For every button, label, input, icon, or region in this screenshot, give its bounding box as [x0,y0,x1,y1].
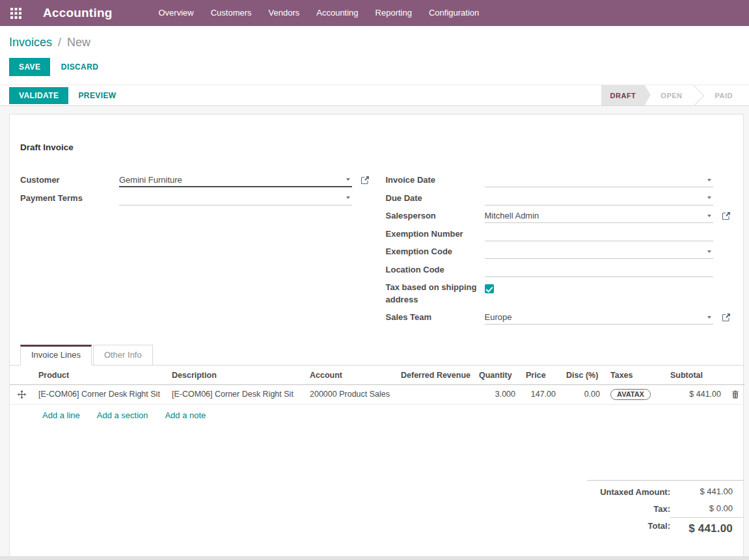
invoice-line-row[interactable]: [E-COM06] Corner Desk Right Sit [E-COM06… [10,384,744,404]
tax-label: Tax: [653,503,670,514]
chevron-down-icon[interactable] [707,316,711,319]
cell-deferred-revenue[interactable] [396,384,474,404]
invoice-form-fields: Customer Gemini Furniture Payment Terms [10,172,743,327]
field-invoice-date: Invoice Date [386,172,714,190]
tab-invoice-lines[interactable]: Invoice Lines [20,345,92,366]
nav-item-reporting[interactable]: Reporting [367,0,420,26]
col-account[interactable]: Account [305,366,396,385]
handle-column-header [10,366,33,385]
external-link-icon[interactable] [722,313,731,322]
col-price[interactable]: Price [521,366,561,385]
invoice-totals: Untaxed Amount: $ 441.00 Tax: $ 0.00 Tot… [587,480,743,535]
add-a-section-link[interactable]: Add a section [97,410,148,420]
save-button[interactable]: SAVE [9,58,50,76]
nav-item-configuration[interactable]: Configuration [420,0,487,26]
salesperson-input[interactable]: Mitchell Admin [485,209,714,223]
cell-taxes[interactable]: AVATAX [605,384,665,404]
discard-button[interactable]: DISCARD [53,58,106,76]
cell-delete [726,384,744,404]
untaxed-amount-label: Untaxed Amount: [600,487,670,497]
cell-price[interactable]: 147.00 [521,384,561,404]
nav-item-customers[interactable]: Customers [202,0,260,26]
step-chevron-icon [694,85,704,105]
due-date-label: Due Date [386,190,485,205]
location-code-input[interactable] [485,263,714,277]
exemption-code-label: Exemption Code [386,243,485,258]
status-step-open[interactable]: OPEN [645,85,693,105]
col-quantity[interactable]: Quantity [474,366,521,385]
chevron-down-icon[interactable] [707,215,711,217]
field-payment-terms: Payment Terms [20,190,352,208]
preview-button[interactable]: PREVIEW [68,87,126,104]
nav-item-accounting[interactable]: Accounting [308,0,366,26]
add-a-note-link[interactable]: Add a note [165,410,206,420]
total-label: Total: [648,520,670,531]
due-date-input[interactable] [485,192,714,206]
nav-item-overview[interactable]: Overview [150,0,202,26]
chevron-down-icon[interactable] [707,179,711,181]
col-description[interactable]: Description [167,366,305,385]
avatax-tag[interactable]: AVATAX [610,389,651,400]
trash-icon[interactable] [731,390,739,399]
sheet-title: Draft Invoice [20,142,733,152]
status-steps: DRAFT OPEN PAID [601,85,749,105]
top-navbar: Accounting Overview Customers Vendors Ac… [0,0,749,26]
salesperson-label: Salesperson [386,207,485,222]
col-product[interactable]: Product [33,366,167,385]
field-sales-team: Sales Team Europe [386,309,714,327]
chevron-down-icon[interactable] [346,178,350,181]
status-step-paid[interactable]: PAID [704,85,744,105]
apps-grid-icon[interactable] [10,8,21,19]
untaxed-amount-row: Untaxed Amount: $ 441.00 [587,487,743,497]
cell-product[interactable]: [E-COM06] Corner Desk Right Sit [33,384,167,404]
exemption-code-input[interactable] [485,245,714,259]
breadcrumb-invoices[interactable]: Invoices [9,36,52,49]
statusbar: VALIDATE PREVIEW DRAFT OPEN PAID [0,85,749,106]
chevron-down-icon[interactable] [346,196,350,199]
invoice-date-input[interactable] [485,174,714,187]
invoice-sheet: Draft Invoice Customer Gemini Furniture [9,114,744,559]
tab-other-info[interactable]: Other Info [93,345,153,366]
validate-button[interactable]: VALIDATE [9,87,68,104]
sales-team-label: Sales Team [386,309,485,324]
col-taxes[interactable]: Taxes [605,366,665,385]
customer-input[interactable]: Gemini Furniture [119,174,352,187]
table-header-row: Product Description Account Deferred Rev… [10,366,744,385]
field-tax-shipping: Tax based on shipping address [386,279,714,309]
field-customer: Customer Gemini Furniture [20,172,352,190]
cell-disc[interactable]: 0.00 [561,384,605,404]
chevron-down-icon[interactable] [707,196,711,199]
col-deferred-revenue[interactable]: Deferred Revenue [396,366,474,385]
cell-account[interactable]: 200000 Product Sales [305,384,396,404]
field-salesperson: Salesperson Mitchell Admin [386,207,714,226]
sales-team-input[interactable]: Europe [485,311,714,325]
exemption-number-label: Exemption Number [386,226,485,241]
payment-terms-label: Payment Terms [20,190,119,205]
invoice-lines-table: Product Description Account Deferred Rev… [10,366,744,405]
external-link-icon[interactable] [722,211,731,220]
breadcrumb-separator: / [58,36,61,49]
form-view-container: Draft Invoice Customer Gemini Furniture [0,106,749,559]
field-exemption-code: Exemption Code [386,243,714,261]
breadcrumb: Invoices / New [9,36,739,49]
tax-shipping-checkbox[interactable] [485,284,494,293]
total-value: $ 441.00 [670,517,743,535]
horizontal-scrollbar[interactable] [0,556,749,560]
external-link-icon[interactable] [361,176,370,185]
drag-handle-icon[interactable] [15,390,28,399]
customer-label: Customer [20,172,119,187]
untaxed-amount-value: $ 441.00 [670,487,743,496]
col-subtotal[interactable]: Subtotal [665,366,726,385]
cell-quantity[interactable]: 3.000 [474,384,521,404]
chevron-down-icon[interactable] [707,250,711,253]
total-row: Total: $ 441.00 [587,520,743,535]
cell-description[interactable]: [E-COM06] Corner Desk Right Sit [167,384,305,404]
exemption-number-input[interactable] [485,228,714,241]
nav-item-vendors[interactable]: Vendors [260,0,308,26]
app-title[interactable]: Accounting [43,6,113,20]
add-a-line-link[interactable]: Add a line [42,410,80,420]
status-step-draft[interactable]: DRAFT [601,85,646,105]
payment-terms-input[interactable] [119,192,352,206]
invoice-date-label: Invoice Date [386,172,485,187]
col-disc[interactable]: Disc (%) [561,366,605,385]
